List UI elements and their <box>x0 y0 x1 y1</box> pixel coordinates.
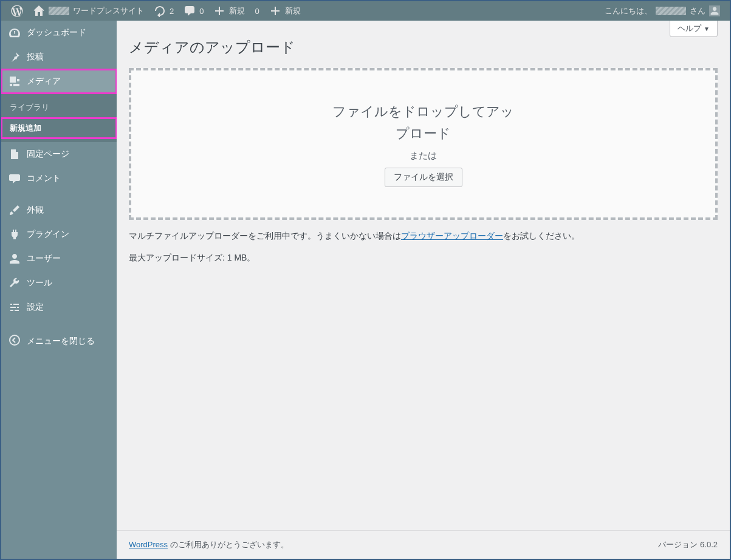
my-account-link[interactable]: こんにちは、 さん <box>600 1 725 21</box>
updates-icon <box>154 5 166 17</box>
comments-link[interactable]: 0 <box>179 1 208 21</box>
brush-icon <box>9 204 21 216</box>
sidebar-item-tools[interactable]: ツール <box>1 271 117 295</box>
media-submenu: ライブラリ 新規追加 <box>1 94 117 142</box>
sidebar-item-label: コメント <box>27 173 61 184</box>
uploader-note-post: をお試しください。 <box>503 231 580 241</box>
sidebar-item-media[interactable]: メディア <box>1 69 117 94</box>
sidebar-item-plugins[interactable]: プラグイン <box>1 222 117 247</box>
sliders-icon <box>9 301 21 313</box>
user-icon <box>9 253 21 265</box>
home-icon <box>33 5 45 17</box>
wordpress-logo-icon <box>11 5 23 17</box>
wordpress-link[interactable]: WordPress <box>129 540 168 549</box>
updates-count: 2 <box>170 7 174 16</box>
dropzone-message: ファイルをドロップしてアップロード <box>326 101 521 143</box>
new-content-link[interactable]: 新規 <box>208 1 250 21</box>
pin-icon <box>9 51 21 63</box>
media-icon <box>9 75 21 87</box>
avatar-icon <box>709 5 720 16</box>
help-tab-toggle[interactable]: ヘルプ ▼ <box>670 21 718 37</box>
help-tab-label: ヘルプ <box>678 23 701 34</box>
sidebar-item-posts[interactable]: 投稿 <box>1 45 117 69</box>
sidebar-item-dashboard[interactable]: ダッシュボード <box>1 21 117 45</box>
howdy-suffix: さん <box>690 5 705 16</box>
comment-icon <box>184 5 196 17</box>
admin-sidebar: ダッシュボード 投稿 メディア ライブラリ 新規追加 固定ページ コメント 外観 <box>1 21 117 559</box>
uploader-note-pre: マルチファイルアップローダーをご利用中です。うまくいかない場合は <box>129 231 401 241</box>
dropzone-or-text: または <box>410 150 437 162</box>
sidebar-item-pages[interactable]: 固定ページ <box>1 142 117 166</box>
sidebar-item-settings[interactable]: 設定 <box>1 295 117 319</box>
site-home-link[interactable]: ワードプレスサイト <box>28 1 149 21</box>
page-title: メディアのアップロード <box>129 38 718 57</box>
submenu-item-library[interactable]: ライブラリ <box>1 97 117 118</box>
updates-link[interactable]: 2 <box>149 1 179 21</box>
sidebar-item-label: プラグイン <box>27 229 69 240</box>
notifications-link[interactable]: 0 <box>250 1 264 21</box>
select-files-button[interactable]: ファイルを選択 <box>385 168 462 187</box>
notif-count: 0 <box>255 7 259 16</box>
browser-uploader-link[interactable]: ブラウザーアップローダー <box>401 231 503 241</box>
admin-footer: WordPress のご利用ありがとうございます。 バージョン 6.0.2 <box>117 530 730 559</box>
new-content-link-2[interactable]: 新規 <box>264 1 306 21</box>
uploader-note: マルチファイルアップローダーをご利用中です。うまくいかない場合はブラウザーアップ… <box>129 231 718 242</box>
max-upload-size: 最大アップロードサイズ: 1 MB。 <box>129 253 718 264</box>
sidebar-item-users[interactable]: ユーザー <box>1 247 117 271</box>
wrench-icon <box>9 277 21 289</box>
sidebar-item-label: 固定ページ <box>27 149 69 160</box>
sidebar-item-label: ユーザー <box>27 253 61 264</box>
wp-logo-menu[interactable] <box>6 1 28 21</box>
sidebar-item-label: ダッシュボード <box>27 27 86 38</box>
plus-icon <box>269 5 281 17</box>
footer-thanks: のご利用ありがとうございます。 <box>168 540 289 549</box>
comment-icon <box>9 172 21 185</box>
main-content: ヘルプ ▼ メディアのアップロード ファイルをドロップしてアップロード または … <box>117 21 730 559</box>
sidebar-item-label: 設定 <box>27 302 44 313</box>
version-text: バージョン 6.0.2 <box>658 539 718 550</box>
sidebar-item-label: 外観 <box>27 205 44 216</box>
submenu-item-addnew[interactable]: 新規追加 <box>1 118 117 138</box>
sidebar-item-comments[interactable]: コメント <box>1 166 117 191</box>
chevron-down-icon: ▼ <box>704 26 710 32</box>
sidebar-item-label: メディア <box>27 76 61 87</box>
new-label-2: 新規 <box>285 5 301 16</box>
sidebar-item-label: ツール <box>27 278 52 289</box>
howdy-prefix: こんにちは、 <box>605 5 652 16</box>
redacted-text <box>49 7 69 15</box>
redacted-username <box>656 7 686 15</box>
admin-toolbar: ワードプレスサイト 2 0 新規 0 新規 <box>1 1 730 21</box>
plus-icon <box>213 5 225 17</box>
svg-point-0 <box>10 335 19 345</box>
plugin-icon <box>9 228 21 241</box>
sidebar-item-appearance[interactable]: 外観 <box>1 198 117 222</box>
upload-dropzone[interactable]: ファイルをドロップしてアップロード または ファイルを選択 <box>129 68 718 220</box>
comments-count: 0 <box>199 7 204 16</box>
dashboard-icon <box>9 27 21 39</box>
collapse-label: メニューを閉じる <box>27 336 95 347</box>
collapse-menu-button[interactable]: メニューを閉じる <box>1 327 117 355</box>
sidebar-item-label: 投稿 <box>27 52 44 63</box>
site-name: ワードプレスサイト <box>73 5 144 16</box>
collapse-icon <box>9 334 21 348</box>
page-icon <box>9 148 21 160</box>
new-label: 新規 <box>229 5 245 16</box>
